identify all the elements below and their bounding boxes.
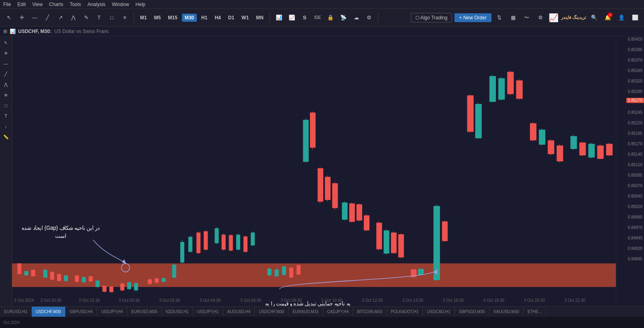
signals-btn[interactable]: S bbox=[299, 12, 310, 24]
sidebar-hline[interactable]: — bbox=[1, 59, 11, 68]
sidebar-arrow[interactable]: ↓ bbox=[1, 122, 11, 131]
lock-btn[interactable]: 🔒 bbox=[325, 12, 336, 24]
notification-btn[interactable]: 🔔1 bbox=[602, 12, 613, 24]
tab-usdcad-h1[interactable]: USDCAD,H1 bbox=[423, 307, 455, 317]
price-label-19: 0.84970 bbox=[628, 225, 642, 230]
status-bar: Oct 2024 bbox=[0, 317, 644, 328]
indicators-btn[interactable]: 📈 bbox=[286, 12, 297, 24]
depth-btn[interactable]: ▦ bbox=[508, 12, 519, 24]
tab-gbpusd-h4[interactable]: GBPUSD,H4 bbox=[66, 307, 97, 317]
wave-btn[interactable]: 〜 bbox=[521, 12, 533, 24]
tab-usdjpy-h4[interactable]: USDJPY,H4 bbox=[97, 307, 127, 317]
tab-polkadot-h1[interactable]: POLKADOT,H1 bbox=[387, 307, 423, 317]
line-tool[interactable]: ╱ bbox=[42, 12, 53, 24]
menu-analysis[interactable]: Analysis bbox=[87, 2, 105, 7]
crosshair-tool[interactable]: ✛ bbox=[16, 12, 27, 24]
pen-tool[interactable]: ✎ bbox=[80, 12, 92, 24]
new-order-btn[interactable]: + New Order bbox=[454, 13, 491, 22]
chart-type-btn[interactable]: 📊 bbox=[273, 12, 285, 24]
text-tool[interactable]: T bbox=[93, 12, 105, 24]
tf-m1[interactable]: M1 bbox=[137, 14, 150, 22]
menu-charts[interactable]: Charts bbox=[49, 2, 63, 7]
tf-h1[interactable]: H1 bbox=[198, 14, 210, 22]
more-tools[interactable]: ≡ bbox=[119, 12, 130, 24]
cloud-btn[interactable]: ☁ bbox=[351, 12, 362, 24]
cursor-tool[interactable]: ↖ bbox=[3, 12, 14, 24]
sidebar-measure[interactable]: 📏 bbox=[1, 132, 11, 142]
tf-mn[interactable]: MN bbox=[253, 14, 266, 22]
svg-rect-118 bbox=[507, 72, 514, 94]
plugin-btn[interactable]: ⚙ bbox=[363, 12, 375, 24]
signal-btn[interactable]: 📡 bbox=[338, 12, 349, 24]
price-axis: 0.85420 0.85395 0.85370 0.85345 0.85320 … bbox=[616, 36, 644, 306]
search-btn[interactable]: 🔍 bbox=[588, 12, 600, 24]
separator-1 bbox=[134, 13, 134, 23]
tab-usdchf-m30[interactable]: USDCHF,M30 bbox=[32, 307, 66, 317]
menu-tools[interactable]: Tools bbox=[70, 2, 81, 7]
sidebar-text[interactable]: T bbox=[1, 111, 11, 121]
channel-tool[interactable]: ⋀ bbox=[68, 12, 79, 24]
tab-eurusd-h1[interactable]: EURUSD,H1 bbox=[0, 307, 32, 317]
menu-edit[interactable]: Edit bbox=[17, 2, 26, 7]
tab-usdchf-m30-2[interactable]: USDCHF,M30 bbox=[255, 307, 289, 317]
chart-description: US Dollar vs Swiss Franc bbox=[53, 29, 109, 34]
plus-icon: + bbox=[459, 15, 463, 21]
time-label-3: 3 Oct 00:30 bbox=[119, 298, 140, 303]
svg-rect-30 bbox=[109, 287, 114, 292]
tab-cadjpy-h4[interactable]: CADJPY,H4 bbox=[323, 307, 353, 317]
price-label-16: 0.85045 bbox=[628, 194, 642, 198]
tab-audusd-h4[interactable]: AUDUSD,H4 bbox=[223, 307, 255, 317]
settings-btn[interactable]: ⚙ bbox=[535, 12, 546, 24]
person-btn[interactable]: 👤 bbox=[616, 12, 627, 24]
hline-tool[interactable]: — bbox=[29, 12, 40, 24]
menu-help[interactable]: Help bbox=[136, 2, 146, 7]
chart-body: ↖ ✛ — ╱ ⋀ ≋ □ T ↓ 📏 bbox=[0, 36, 644, 306]
price-label-12: 0.85145 bbox=[628, 152, 642, 157]
svg-rect-26 bbox=[95, 281, 99, 287]
brand: 📈 تریدینگ فایندر bbox=[549, 13, 586, 23]
time-label-11: 3 Oct 16:30 bbox=[443, 298, 464, 303]
sidebar-crosshair[interactable]: ✛ bbox=[1, 48, 11, 58]
filter-btn[interactable]: ⇅ bbox=[494, 12, 505, 24]
svg-rect-106 bbox=[433, 206, 440, 280]
svg-rect-12 bbox=[43, 270, 47, 277]
tab-eurusd-m30[interactable]: EURUSD,M30 bbox=[127, 307, 161, 317]
tab-nzdusd-h1[interactable]: NZDUSD,H1 bbox=[162, 307, 193, 317]
tab-ethe[interactable]: ETHE... bbox=[524, 307, 546, 317]
svg-rect-60 bbox=[236, 235, 240, 250]
tab-euraud-m15[interactable]: EURAUD,M15 bbox=[289, 307, 323, 317]
maximize-btn[interactable]: ⬜ bbox=[630, 12, 641, 24]
ide-btn[interactable]: IDE bbox=[312, 12, 324, 24]
sidebar-shape[interactable]: □ bbox=[1, 101, 11, 110]
svg-rect-76 bbox=[303, 120, 309, 162]
tab-gbpsgd-m30[interactable]: GBPSGD,M30 bbox=[455, 307, 489, 317]
tf-m30[interactable]: M30 bbox=[182, 14, 197, 22]
bottom-tabs: EURUSD,H1 USDCHF,M30 GBPUSD,H4 USDJPY,H4… bbox=[0, 306, 644, 317]
tab-bitcoin-m15[interactable]: BITCOIN,M15 bbox=[353, 307, 387, 317]
tf-m15[interactable]: M15 bbox=[165, 14, 180, 22]
tf-w1[interactable]: W1 bbox=[239, 14, 252, 22]
time-label-9: 3 Oct 12:30 bbox=[362, 298, 383, 303]
menu-view[interactable]: View bbox=[32, 2, 43, 7]
algo-trading-btn[interactable]: ⬡ Algo Trading bbox=[411, 13, 452, 23]
svg-rect-42 bbox=[161, 278, 165, 282]
sidebar-cursor[interactable]: ↖ bbox=[1, 38, 11, 47]
sidebar-fib[interactable]: ≋ bbox=[1, 90, 11, 100]
tab-usdjpy-h1[interactable]: USDJPY,H1 bbox=[193, 307, 223, 317]
time-label-13: 3 Oct 20:30 bbox=[524, 298, 545, 303]
svg-rect-130 bbox=[570, 136, 577, 149]
sidebar-trendline[interactable]: ╱ bbox=[1, 69, 11, 79]
shapes-tool[interactable]: □ bbox=[106, 12, 118, 24]
svg-rect-90 bbox=[357, 204, 362, 221]
ray-tool[interactable]: ↗ bbox=[55, 12, 66, 24]
menu-window[interactable]: Window bbox=[112, 2, 129, 7]
price-label-22: 0.84895 bbox=[628, 257, 642, 261]
sidebar-channel[interactable]: ⋀ bbox=[1, 80, 11, 89]
tab-xauusd-m30[interactable]: XAUUSD,M30 bbox=[489, 307, 524, 317]
tf-d1[interactable]: D1 bbox=[225, 14, 237, 22]
price-label-3: 0.85370 bbox=[628, 58, 642, 62]
menu-file[interactable]: File bbox=[3, 2, 11, 7]
tf-m5[interactable]: M5 bbox=[151, 14, 164, 22]
price-label-13: 0.85120 bbox=[628, 163, 642, 167]
tf-h4[interactable]: H4 bbox=[212, 14, 223, 22]
